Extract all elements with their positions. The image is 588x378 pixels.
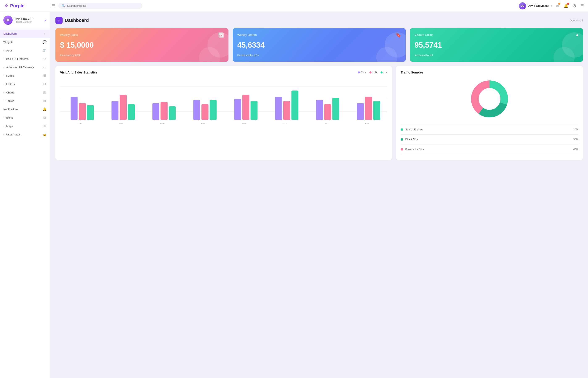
sidebar-item-tables[interactable]: ‹ Tables ⊞ [0,97,50,105]
sidebar-item-label: Apps [6,49,40,52]
arrow-icon: ‹ [3,57,4,60]
sidebar-item-label: Forms [6,74,40,77]
sidebar-item-editors[interactable]: ‹ Editors ⊡ [0,80,50,88]
arrow-icon: ‹ [3,74,4,77]
sidebar-user-info: David Grey. H Project Manager [15,17,32,23]
sidebar-item-charts[interactable]: ‹ Charts ▦ [0,88,50,97]
arrow-icon: ‹ [3,125,4,127]
svg-rect-12 [193,100,200,120]
sidebar-item-label: Basic UI Elements [6,57,40,60]
orders-icon: 🔖 [395,32,401,38]
sidebar-item-apps[interactable]: ‹ Apps 🛒 [0,46,50,54]
notification-button[interactable]: 🔔 [564,4,568,8]
svg-rect-18 [275,97,282,120]
search-input[interactable] [67,4,139,7]
donut-chart-card: Traffic Sources [396,66,583,160]
stat-card-orders: Weekly Orders 45,6334 Decreased by 10% 🔖 [233,28,406,62]
dashboard-header: ⌂ Dashboard Overview ℹ [55,17,583,24]
search-icon: 🔍 [62,4,65,8]
legend-search-engines: Search Engines 30% [401,128,578,131]
user-dropdown-icon: ▾ [551,4,552,7]
legend-dot-uk [381,71,383,73]
donut-chart-header: Traffic Sources [401,70,578,74]
visitors-icon: ♦ [576,32,578,38]
logo-icon: ❖ [4,3,8,9]
search-bar[interactable]: 🔍 [58,3,142,9]
legend-usa: USA [369,71,378,74]
sidebar-item-notifications[interactable]: Notifications 🔔 [0,105,50,113]
page-title: Dashboard [65,18,89,23]
svg-rect-25 [365,97,372,120]
bar-chart: JAN FEB MAR APR MAY JUN JUL AUG [60,78,387,125]
user-menu[interactable]: DG David Greymaax ▾ [519,2,552,9]
donut-legend: Search Engines 30% Direct Click 30% Book… [401,124,578,155]
pct-bookmarks-click: 40% [573,148,578,151]
power-button[interactable]: ⏻ [573,4,576,8]
info-icon: ℹ [582,19,583,22]
sidebar-item-advanced-ui[interactable]: ‹ Advanced UI Elements ▭ [0,63,50,71]
donut-chart [401,78,578,120]
legend-label-chn: CHN [361,71,366,74]
basic-ui-icon: ⊙ [42,57,47,61]
svg-rect-19 [283,101,290,120]
pct-direct-click: 30% [573,138,578,141]
svg-rect-4 [79,103,86,120]
legend-chn: CHN [358,71,366,74]
tables-icon: ⊞ [42,99,47,103]
notifications-icon: 🔔 [42,107,47,111]
bar-label-jul: JUL [306,122,347,125]
sidebar-item-basic-ui[interactable]: ‹ Basic UI Elements ⊙ [0,54,50,63]
sidebar-item-maps[interactable]: ‹ Maps ⊕ [0,122,50,130]
svg-rect-10 [161,102,168,120]
sidebar-item-label: User Pages [6,133,40,136]
logo-text: Purple [10,3,24,9]
sidebar-item-user-pages[interactable]: ‹ User Pages 🔒 [0,130,50,139]
sidebar-user-name: David Grey. H [15,17,32,21]
legend-dot-chn [358,71,360,73]
sidebar-item-label: Charts [6,91,40,94]
bar-chart-legend: CHN USA UK [358,71,387,74]
mail-badge [558,3,560,5]
sidebar-item-label: Editors [6,82,40,86]
menu-list-button[interactable]: ☰ [580,4,584,8]
mail-button[interactable]: ✉ [556,4,560,8]
arrow-icon: ‹ [3,66,4,68]
charts-row: Visit And Sales Statistics CHN USA UK [55,66,583,160]
label-search-engines: Search Engines [405,128,571,131]
label-direct-click: Direct Click [405,138,571,141]
charts-icon: ▦ [42,91,47,94]
svg-rect-3 [71,97,78,120]
legend-uk: UK [381,71,387,74]
stat-card-value: 45,6334 [237,41,401,50]
sidebar-item-label: Maps [6,124,40,128]
hamburger-icon[interactable]: ☰ [52,4,55,8]
pct-search-engines: 30% [573,128,578,131]
sidebar-item-icons[interactable]: ‹ Icons ⊟ [0,113,50,122]
sidebar-item-widgets[interactable]: Widgets 💬 [0,38,50,46]
legend-dot-usa [369,71,372,73]
topnav: ❖ Purple ☰ 🔍 DG David Greymaax ▾ ✉ 🔔 ⏻ ☰ [0,0,588,12]
bar-chart-title: Visit And Sales Statistics [60,70,97,74]
legend-bookmarks-click: Bookmarks Click 40% [401,148,578,151]
svg-rect-8 [128,104,135,120]
bar-label-may: MAY [224,122,265,125]
sidebar: DG David Grey. H Project Manager ✔ Dashb… [0,12,50,378]
sidebar-item-label: Dashboard [3,32,40,35]
svg-rect-26 [373,101,380,120]
legend-label-uk: UK [384,71,387,74]
avatar: DG [519,2,526,9]
advanced-ui-icon: ▭ [42,65,47,69]
stat-card-sales: Weekly Sales $ 15,0000 Increased by 60% … [55,28,228,62]
topnav-right: DG David Greymaax ▾ ✉ 🔔 ⏻ ☰ [519,2,584,9]
bar-label-apr: APR [183,122,224,125]
svg-rect-15 [234,99,241,120]
home-icon: ⌂ [42,32,47,36]
sidebar-item-forms[interactable]: ‹ Forms ☰ [0,71,50,80]
sidebar-avatar: DG [3,15,13,25]
svg-rect-16 [242,95,249,120]
user-pages-icon: 🔒 [42,133,47,136]
stat-cards: Weekly Sales $ 15,0000 Increased by 60% … [55,28,583,62]
arrow-icon: ‹ [3,116,4,119]
sidebar-item-dashboard[interactable]: Dashboard ⌂ [0,30,50,38]
arrow-icon: ‹ [3,100,4,102]
